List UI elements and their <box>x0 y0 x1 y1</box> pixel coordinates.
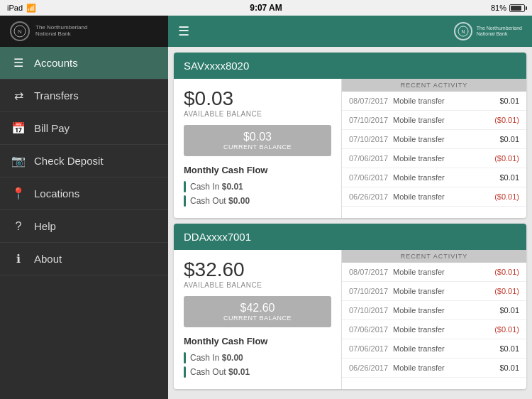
activity-row: 06/26/2017 Mobile transfer ($0.01) <box>342 187 526 207</box>
account-right: RECENT ACTIVITY 08/07/2017 Mobile transf… <box>342 250 526 389</box>
activity-date: 07/10/2017 <box>349 116 393 124</box>
main-content: ☰ N The NorthumberlandNational Bank SAVx… <box>168 16 532 399</box>
checkdeposit-icon: 📷 <box>11 154 26 168</box>
activity-desc: Mobile transfer <box>393 97 484 105</box>
svg-text:N: N <box>461 29 465 34</box>
sidebar-item-accounts[interactable]: ☰ Accounts <box>0 47 168 80</box>
activity-row: 07/06/2017 Mobile transfer ($0.01) <box>342 320 526 339</box>
account-left: $0.03 AVAILABLE BALANCE $0.03 CURRENT BA… <box>174 79 342 218</box>
cash-out-label: Cash Out $0.01 <box>190 367 250 377</box>
activity-desc: Mobile transfer <box>393 325 484 334</box>
wifi-icon: 📶 <box>26 4 36 13</box>
activity-date: 08/07/2017 <box>349 268 393 276</box>
activity-row: 07/06/2017 Mobile transfer $0.01 <box>342 339 526 359</box>
bank-logo-icon: N <box>13 25 26 38</box>
sidebar: N The NorthumberlandNational Bank ☰ Acco… <box>0 16 168 399</box>
account-card-sav8020: SAVxxxx8020 $0.03 AVAILABLE BALANCE $0.0… <box>174 53 526 218</box>
cash-in-value: $0.01 <box>222 182 243 192</box>
activity-date: 07/10/2017 <box>349 135 393 143</box>
checkdeposit-label: Check Deposit <box>34 155 104 167</box>
cash-flow-title: Monthly Cash Flow <box>184 336 331 346</box>
activity-date: 07/06/2017 <box>349 344 393 353</box>
activity-desc: Mobile transfer <box>393 344 484 353</box>
cash-flow-out: Cash Out $0.01 <box>184 366 331 378</box>
sidebar-item-help[interactable]: ? Help <box>0 210 168 243</box>
activity-desc: Mobile transfer <box>393 306 484 315</box>
transfers-icon: ⇄ <box>11 89 26 102</box>
activity-row: 07/10/2017 Mobile transfer ($0.01) <box>342 111 526 130</box>
sidebar-logo: N The NorthumberlandNational Bank <box>10 21 87 41</box>
sidebar-header: N The NorthumberlandNational Bank <box>0 16 168 47</box>
activity-desc: Mobile transfer <box>393 192 484 201</box>
current-balance-box: $42.60 CURRENT BALANCE <box>184 296 331 327</box>
activity-date: 06/26/2017 <box>349 192 393 201</box>
status-left: iPad 📶 <box>7 4 36 13</box>
cash-in-bar <box>184 181 186 192</box>
activity-row: 08/07/2017 Mobile transfer $0.01 <box>342 92 526 111</box>
activity-date: 07/06/2017 <box>349 325 393 334</box>
help-label: Help <box>34 220 56 232</box>
activity-row: 06/26/2017 Mobile transfer $0.01 <box>342 359 526 378</box>
cash-flow-in: Cash In $0.01 <box>184 181 331 192</box>
sidebar-nav: ☰ Accounts ⇄ Transfers 📅 Bill Pay 📷 Chec… <box>0 47 168 399</box>
cash-out-bar <box>184 195 186 207</box>
sidebar-logo-text: The NorthumberlandNational Bank <box>35 25 87 38</box>
available-balance-label: AVAILABLE BALANCE <box>184 281 331 289</box>
billpay-label: Bill Pay <box>34 122 70 134</box>
logo-circle: N <box>10 21 30 41</box>
available-balance-amount: $0.03 <box>184 87 331 110</box>
sidebar-item-checkdeposit[interactable]: 📷 Check Deposit <box>0 145 168 177</box>
accounts-icon: ☰ <box>11 56 26 70</box>
hamburger-button[interactable]: ☰ <box>178 23 189 39</box>
activity-desc: Mobile transfer <box>393 173 484 182</box>
status-time: 9:07 AM <box>250 3 282 13</box>
activity-row: 08/07/2017 Mobile transfer ($0.01) <box>342 263 526 282</box>
billpay-icon: 📅 <box>11 121 26 135</box>
battery-icon <box>509 4 525 12</box>
activity-row: 07/10/2017 Mobile transfer $0.01 <box>342 301 526 320</box>
activity-amount: $0.01 <box>484 135 519 143</box>
account-body: $0.03 AVAILABLE BALANCE $0.03 CURRENT BA… <box>174 79 526 218</box>
app-body: N The NorthumberlandNational Bank ☰ Acco… <box>0 16 532 399</box>
svg-text:N: N <box>18 28 22 35</box>
activity-amount: ($0.01) <box>484 268 519 276</box>
activity-desc: Mobile transfer <box>393 116 484 124</box>
cash-out-bar <box>184 366 186 378</box>
device-label: iPad <box>7 4 23 12</box>
sidebar-item-locations[interactable]: 📍 Locations <box>0 177 168 210</box>
activity-amount: ($0.01) <box>484 116 519 124</box>
current-balance-amount: $42.60 <box>191 302 324 315</box>
sidebar-item-transfers[interactable]: ⇄ Transfers <box>0 80 168 112</box>
cash-in-bar <box>184 352 186 364</box>
current-balance-amount: $0.03 <box>191 131 324 143</box>
header-logo-text: The NorthumberlandNational Bank <box>477 26 522 36</box>
help-icon: ? <box>11 220 26 233</box>
activity-date: 07/06/2017 <box>349 173 393 182</box>
activity-date: 07/06/2017 <box>349 154 393 163</box>
activity-row: 07/06/2017 Mobile transfer $0.01 <box>342 168 526 187</box>
sidebar-item-about[interactable]: ℹ About <box>0 243 168 275</box>
activity-date: 08/07/2017 <box>349 97 393 105</box>
recent-activity-header: RECENT ACTIVITY <box>342 250 526 263</box>
activity-desc: Mobile transfer <box>393 154 484 163</box>
account-right: RECENT ACTIVITY 08/07/2017 Mobile transf… <box>342 79 526 218</box>
sidebar-item-billpay[interactable]: 📅 Bill Pay <box>0 112 168 145</box>
cash-in-label: Cash In $0.00 <box>190 353 243 363</box>
status-bar: iPad 📶 9:07 AM 81% <box>0 0 532 16</box>
activity-row: 07/10/2017 Mobile transfer $0.01 <box>342 130 526 149</box>
activity-row: 07/06/2017 Mobile transfer ($0.01) <box>342 149 526 168</box>
current-balance-box: $0.03 CURRENT BALANCE <box>184 125 331 156</box>
available-balance-amount: $32.60 <box>184 258 331 281</box>
locations-icon: 📍 <box>11 187 26 200</box>
accounts-label: Accounts <box>34 57 78 69</box>
cash-flow-in: Cash In $0.00 <box>184 352 331 364</box>
cash-flow-title: Monthly Cash Flow <box>184 165 331 175</box>
activity-date: 07/10/2017 <box>349 306 393 315</box>
cash-in-value: $0.00 <box>222 353 243 363</box>
activity-amount: ($0.01) <box>484 287 519 295</box>
transfers-label: Transfers <box>34 89 79 102</box>
account-body: $32.60 AVAILABLE BALANCE $42.60 CURRENT … <box>174 250 526 389</box>
accounts-list: SAVxxxx8020 $0.03 AVAILABLE BALANCE $0.0… <box>168 47 532 395</box>
current-balance-label: CURRENT BALANCE <box>191 143 324 151</box>
about-icon: ℹ <box>11 252 26 266</box>
